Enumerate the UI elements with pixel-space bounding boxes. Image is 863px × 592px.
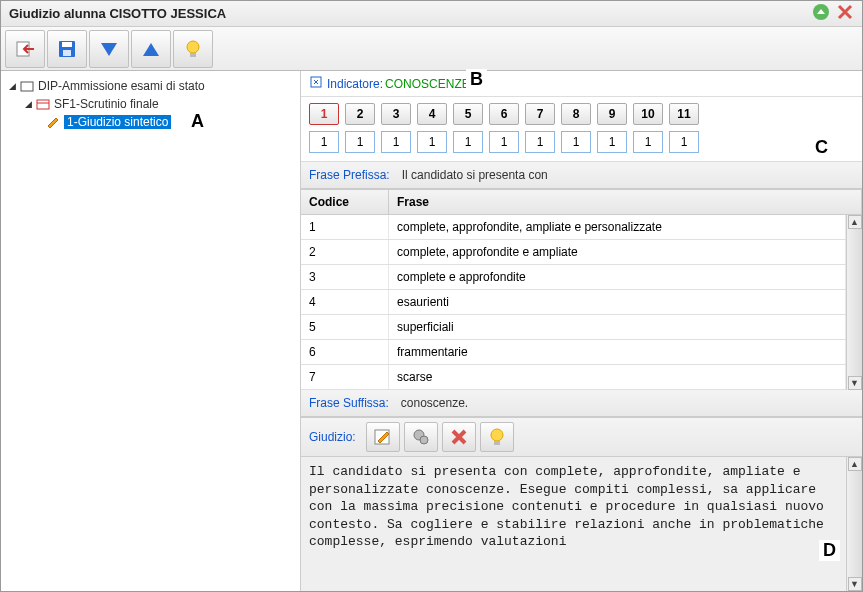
- cell-codice: 1: [301, 215, 389, 239]
- header-frase[interactable]: Frase: [389, 190, 862, 214]
- edit-giudizio-button[interactable]: [366, 422, 400, 452]
- svg-rect-15: [494, 441, 500, 445]
- tab-8[interactable]: 8: [561, 103, 591, 125]
- cell-codice: 7: [301, 365, 389, 389]
- svg-point-13: [420, 436, 428, 444]
- scroll-up-icon[interactable]: ▲: [848, 457, 862, 471]
- indicator-icon: [309, 75, 323, 92]
- titlebar: Giudizio alunna CISOTTO JESSICA: [1, 1, 862, 27]
- up-button[interactable]: [131, 30, 171, 68]
- tab-7[interactable]: 7: [525, 103, 555, 125]
- value-input-9[interactable]: [597, 131, 627, 153]
- value-input-2[interactable]: [345, 131, 375, 153]
- value-input-11[interactable]: [669, 131, 699, 153]
- value-input-1[interactable]: [309, 131, 339, 153]
- value-input-3[interactable]: [381, 131, 411, 153]
- down-button[interactable]: [89, 30, 129, 68]
- svg-rect-8: [37, 100, 49, 109]
- tab-5[interactable]: 5: [453, 103, 483, 125]
- value-input-5[interactable]: [453, 131, 483, 153]
- cell-codice: 2: [301, 240, 389, 264]
- value-input-7[interactable]: [525, 131, 555, 153]
- tab-10[interactable]: 10: [633, 103, 663, 125]
- svg-rect-7: [21, 82, 33, 91]
- delete-giudizio-button[interactable]: [442, 422, 476, 452]
- tree-child-scrutinio[interactable]: ◢ SF1-Scrutinio finale: [5, 95, 296, 113]
- main-content: ◢ DIP-Ammissione esami di stato ◢ SF1-Sc…: [1, 71, 862, 591]
- cell-codice: 3: [301, 265, 389, 289]
- collapse-icon[interactable]: ◢: [23, 99, 33, 109]
- tab-11[interactable]: 11: [669, 103, 699, 125]
- value-input-6[interactable]: [489, 131, 519, 153]
- tab-row: 1234567891011: [301, 97, 862, 127]
- frase-suffissa-text: conoscenze.: [401, 396, 468, 410]
- cell-codice: 4: [301, 290, 389, 314]
- tree-root[interactable]: ◢ DIP-Ammissione esami di stato: [5, 77, 296, 95]
- tab-9[interactable]: 9: [597, 103, 627, 125]
- svg-rect-3: [62, 42, 72, 47]
- tab-6[interactable]: 6: [489, 103, 519, 125]
- frase-suffissa-label: Frase Suffissa:: [309, 396, 389, 410]
- table-header: Codice Frase: [301, 189, 862, 215]
- window-controls: [812, 3, 854, 24]
- table-scrollbar[interactable]: ▲ ▼: [846, 215, 862, 390]
- collapse-icon[interactable]: ◢: [7, 81, 17, 91]
- table-body: 1complete, approfondite, ampliate e pers…: [301, 215, 846, 390]
- table-row[interactable]: 5superficiali: [301, 315, 846, 340]
- table-row[interactable]: 7scarse: [301, 365, 846, 390]
- detail-panel: Indicatore: CONOSCENZE B 1234567891011 C…: [301, 71, 862, 591]
- tab-1[interactable]: 1: [309, 103, 339, 125]
- output-scrollbar[interactable]: ▲ ▼: [846, 457, 862, 591]
- folder-icon: [19, 79, 35, 93]
- main-toolbar: [1, 27, 862, 71]
- giudizio-toolbar: Giudizio:: [301, 417, 862, 457]
- tab-4[interactable]: 4: [417, 103, 447, 125]
- output-wrap: Il candidato si presenta con complete, a…: [301, 457, 862, 591]
- frase-prefissa-row: Frase Prefissa: Il candidato si presenta…: [301, 162, 862, 189]
- table-row[interactable]: 6frammentarie: [301, 340, 846, 365]
- giudizio-output[interactable]: Il candidato si presenta con complete, a…: [301, 457, 846, 591]
- svg-rect-4: [63, 50, 71, 56]
- frase-suffissa-row: Frase Suffissa: conoscenze.: [301, 390, 862, 417]
- save-button[interactable]: [47, 30, 87, 68]
- table-row[interactable]: 4esaurienti: [301, 290, 846, 315]
- value-input-10[interactable]: [633, 131, 663, 153]
- annotation-c: C: [811, 137, 832, 158]
- tree-leaf-label: 1-Giudizio sintetico: [64, 115, 171, 129]
- cell-frase: superficiali: [389, 315, 846, 339]
- annotation-a: A: [191, 111, 204, 132]
- scroll-down-icon[interactable]: ▼: [848, 577, 862, 591]
- cell-frase: complete e approfondite: [389, 265, 846, 289]
- calendar-icon: [35, 97, 51, 111]
- up-arrow-icon[interactable]: [812, 3, 830, 24]
- tab-3[interactable]: 3: [381, 103, 411, 125]
- close-icon[interactable]: [836, 3, 854, 24]
- tree-root-label: DIP-Ammissione esami di stato: [38, 79, 205, 93]
- cell-frase: scarse: [389, 365, 846, 389]
- indicator-row: Indicatore: CONOSCENZE: [301, 71, 862, 97]
- svg-rect-6: [190, 53, 196, 57]
- cell-frase: esaurienti: [389, 290, 846, 314]
- tab-2[interactable]: 2: [345, 103, 375, 125]
- svg-point-5: [187, 41, 199, 53]
- settings-giudizio-button[interactable]: [404, 422, 438, 452]
- window-title: Giudizio alunna CISOTTO JESSICA: [9, 6, 226, 21]
- scroll-down-icon[interactable]: ▼: [848, 376, 862, 390]
- indicator-label: Indicatore:: [327, 77, 383, 91]
- indicator-value: CONOSCENZE: [385, 77, 470, 91]
- bulb-button[interactable]: [173, 30, 213, 68]
- pencil-icon: [45, 115, 61, 129]
- cell-frase: frammentarie: [389, 340, 846, 364]
- table-row[interactable]: 1complete, approfondite, ampliate e pers…: [301, 215, 846, 240]
- header-codice[interactable]: Codice: [301, 190, 389, 214]
- back-button[interactable]: [5, 30, 45, 68]
- value-input-8[interactable]: [561, 131, 591, 153]
- hint-giudizio-button[interactable]: [480, 422, 514, 452]
- value-input-4[interactable]: [417, 131, 447, 153]
- table-row[interactable]: 3complete e approfondite: [301, 265, 846, 290]
- frase-prefissa-text: Il candidato si presenta con: [402, 168, 548, 182]
- tree-leaf-giudizio[interactable]: 1-Giudizio sintetico: [5, 113, 296, 131]
- svg-point-14: [491, 429, 503, 441]
- table-row[interactable]: 2complete, approfondite e ampliate: [301, 240, 846, 265]
- scroll-up-icon[interactable]: ▲: [848, 215, 862, 229]
